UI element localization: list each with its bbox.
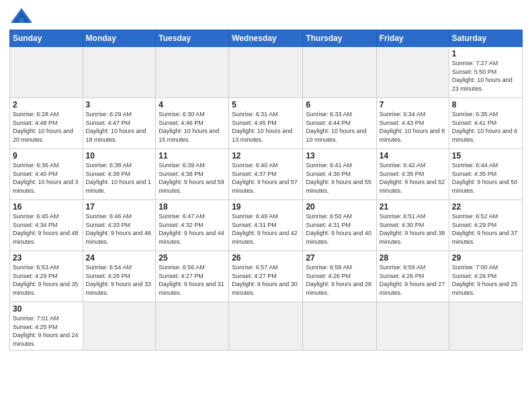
svg-rect-2 (19, 17, 24, 23)
calendar-cell: 23Sunrise: 6:53 AM Sunset: 4:29 PM Dayli… (10, 251, 83, 302)
day-info: Sunrise: 7:01 AM Sunset: 4:25 PM Dayligh… (13, 314, 80, 348)
calendar-week-row: 1Sunrise: 7:27 AM Sunset: 5:50 PM Daylig… (10, 47, 523, 98)
calendar-cell: 12Sunrise: 6:40 AM Sunset: 4:37 PM Dayli… (229, 149, 303, 200)
logo (9, 7, 36, 26)
calendar-cell: 2Sunrise: 6:28 AM Sunset: 4:48 PM Daylig… (10, 98, 83, 149)
calendar-cell (376, 302, 449, 351)
calendar-cell (229, 47, 303, 98)
day-info: Sunrise: 6:50 AM Sunset: 4:31 PM Dayligh… (306, 212, 373, 246)
day-number: 15 (452, 151, 519, 161)
day-number: 14 (380, 151, 446, 161)
day-info: Sunrise: 6:53 AM Sunset: 4:29 PM Dayligh… (13, 263, 80, 297)
day-number: 9 (13, 151, 80, 161)
calendar-cell: 21Sunrise: 6:51 AM Sunset: 4:30 PM Dayli… (376, 200, 449, 251)
calendar-cell (83, 302, 156, 351)
calendar-cell: 24Sunrise: 6:54 AM Sunset: 4:28 PM Dayli… (83, 251, 156, 302)
day-info: Sunrise: 6:54 AM Sunset: 4:28 PM Dayligh… (86, 263, 153, 297)
day-number: 21 (380, 202, 446, 212)
day-number: 10 (86, 151, 153, 161)
calendar-cell (376, 47, 449, 98)
day-info: Sunrise: 7:00 AM Sunset: 4:26 PM Dayligh… (452, 263, 519, 297)
day-info: Sunrise: 6:29 AM Sunset: 4:47 PM Dayligh… (86, 110, 153, 144)
calendar-cell (303, 302, 376, 351)
calendar-cell: 18Sunrise: 6:47 AM Sunset: 4:32 PM Dayli… (156, 200, 229, 251)
day-info: Sunrise: 6:35 AM Sunset: 4:41 PM Dayligh… (452, 110, 519, 144)
calendar-cell: 5Sunrise: 6:31 AM Sunset: 4:45 PM Daylig… (229, 98, 303, 149)
day-info: Sunrise: 6:33 AM Sunset: 4:44 PM Dayligh… (306, 110, 373, 144)
day-number: 30 (13, 304, 80, 314)
day-info: Sunrise: 6:38 AM Sunset: 4:39 PM Dayligh… (86, 161, 153, 195)
calendar-week-row: 2Sunrise: 6:28 AM Sunset: 4:48 PM Daylig… (10, 98, 523, 149)
calendar-cell: 11Sunrise: 6:39 AM Sunset: 4:38 PM Dayli… (156, 149, 229, 200)
day-number: 12 (232, 151, 300, 161)
calendar-cell: 17Sunrise: 6:46 AM Sunset: 4:33 PM Dayli… (83, 200, 156, 251)
calendar-cell: 19Sunrise: 6:49 AM Sunset: 4:31 PM Dayli… (229, 200, 303, 251)
day-number: 29 (452, 253, 519, 263)
day-number: 23 (13, 253, 80, 263)
day-number: 5 (232, 100, 300, 109)
day-info: Sunrise: 6:45 AM Sunset: 4:34 PM Dayligh… (13, 212, 80, 246)
calendar-cell: 26Sunrise: 6:57 AM Sunset: 4:27 PM Dayli… (229, 251, 303, 302)
page: SundayMondayTuesdayWednesdayThursdayFrid… (0, 0, 532, 411)
calendar-cell: 4Sunrise: 6:30 AM Sunset: 4:46 PM Daylig… (156, 98, 229, 149)
day-info: Sunrise: 6:57 AM Sunset: 4:27 PM Dayligh… (232, 263, 300, 297)
day-number: 3 (86, 100, 153, 109)
day-number: 26 (232, 253, 300, 263)
day-number: 4 (159, 100, 226, 109)
calendar-cell (303, 47, 376, 98)
day-number: 7 (380, 100, 446, 109)
weekday-header-thursday: Thursday (303, 30, 376, 47)
calendar-cell: 6Sunrise: 6:33 AM Sunset: 4:44 PM Daylig… (303, 98, 376, 149)
day-info: Sunrise: 6:46 AM Sunset: 4:33 PM Dayligh… (86, 212, 153, 246)
calendar-cell: 25Sunrise: 6:56 AM Sunset: 4:27 PM Dayli… (156, 251, 229, 302)
day-info: Sunrise: 6:44 AM Sunset: 4:35 PM Dayligh… (452, 161, 519, 195)
calendar-cell: 14Sunrise: 6:42 AM Sunset: 4:35 PM Dayli… (376, 149, 449, 200)
calendar-cell: 27Sunrise: 6:58 AM Sunset: 4:26 PM Dayli… (303, 251, 376, 302)
day-number: 11 (159, 151, 226, 161)
day-number: 28 (380, 253, 446, 263)
day-info: Sunrise: 6:41 AM Sunset: 4:36 PM Dayligh… (306, 161, 373, 195)
calendar-body: 1Sunrise: 7:27 AM Sunset: 5:50 PM Daylig… (10, 47, 523, 351)
calendar-cell: 8Sunrise: 6:35 AM Sunset: 4:41 PM Daylig… (449, 98, 522, 149)
calendar-cell: 1Sunrise: 7:27 AM Sunset: 5:50 PM Daylig… (449, 47, 522, 98)
weekday-header-sunday: Sunday (10, 30, 83, 47)
day-info: Sunrise: 6:56 AM Sunset: 4:27 PM Dayligh… (159, 263, 226, 297)
logo-icon (9, 7, 34, 26)
day-number: 17 (86, 202, 153, 212)
calendar-week-row: 9Sunrise: 6:36 AM Sunset: 4:40 PM Daylig… (10, 149, 523, 200)
day-number: 24 (86, 253, 153, 263)
day-number: 1 (452, 49, 519, 58)
day-info: Sunrise: 6:36 AM Sunset: 4:40 PM Dayligh… (13, 161, 80, 195)
calendar-cell: 20Sunrise: 6:50 AM Sunset: 4:31 PM Dayli… (303, 200, 376, 251)
calendar-cell: 22Sunrise: 6:52 AM Sunset: 4:29 PM Dayli… (449, 200, 522, 251)
day-number: 25 (159, 253, 226, 263)
day-info: Sunrise: 6:42 AM Sunset: 4:35 PM Dayligh… (380, 161, 446, 195)
calendar: SundayMondayTuesdayWednesdayThursdayFrid… (9, 30, 523, 351)
calendar-cell (229, 302, 303, 351)
day-info: Sunrise: 6:30 AM Sunset: 4:46 PM Dayligh… (159, 110, 226, 144)
weekday-header-tuesday: Tuesday (156, 30, 229, 47)
day-info: Sunrise: 6:52 AM Sunset: 4:29 PM Dayligh… (452, 212, 519, 246)
calendar-cell: 15Sunrise: 6:44 AM Sunset: 4:35 PM Dayli… (449, 149, 522, 200)
day-number: 16 (13, 202, 80, 212)
day-number: 20 (306, 202, 373, 212)
calendar-cell: 3Sunrise: 6:29 AM Sunset: 4:47 PM Daylig… (83, 98, 156, 149)
calendar-cell (10, 47, 83, 98)
calendar-week-row: 30Sunrise: 7:01 AM Sunset: 4:25 PM Dayli… (10, 302, 523, 351)
day-info: Sunrise: 6:49 AM Sunset: 4:31 PM Dayligh… (232, 212, 300, 246)
calendar-cell: 9Sunrise: 6:36 AM Sunset: 4:40 PM Daylig… (10, 149, 83, 200)
day-info: Sunrise: 6:59 AM Sunset: 4:26 PM Dayligh… (380, 263, 446, 297)
calendar-cell: 29Sunrise: 7:00 AM Sunset: 4:26 PM Dayli… (449, 251, 522, 302)
weekday-header-saturday: Saturday (449, 30, 522, 47)
calendar-cell (83, 47, 156, 98)
calendar-cell: 28Sunrise: 6:59 AM Sunset: 4:26 PM Dayli… (376, 251, 449, 302)
day-number: 2 (13, 100, 80, 109)
day-info: Sunrise: 6:28 AM Sunset: 4:48 PM Dayligh… (13, 110, 80, 144)
day-number: 6 (306, 100, 373, 109)
day-number: 18 (159, 202, 226, 212)
calendar-cell: 13Sunrise: 6:41 AM Sunset: 4:36 PM Dayli… (303, 149, 376, 200)
calendar-week-row: 23Sunrise: 6:53 AM Sunset: 4:29 PM Dayli… (10, 251, 523, 302)
day-number: 8 (452, 100, 519, 109)
calendar-cell: 10Sunrise: 6:38 AM Sunset: 4:39 PM Dayli… (83, 149, 156, 200)
weekday-header-wednesday: Wednesday (229, 30, 303, 47)
